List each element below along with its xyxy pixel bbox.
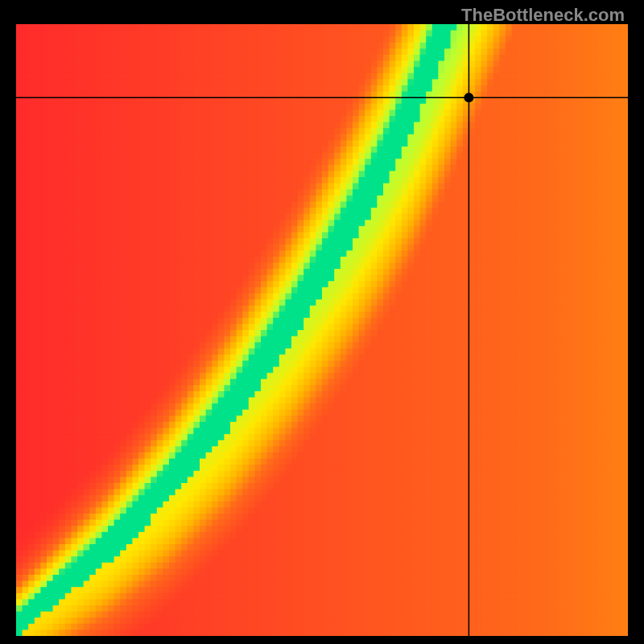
bottleneck-heatmap	[16, 24, 628, 636]
watermark-text: TheBottleneck.com	[461, 5, 625, 26]
